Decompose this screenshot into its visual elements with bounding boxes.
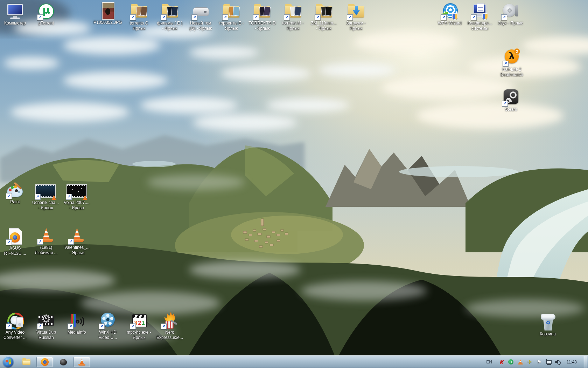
desktop-icon-valentines[interactable]: ↗Valentines_... - Ярлык <box>61 227 93 255</box>
vlccone-icon: ↗ <box>69 227 85 244</box>
desktop-icon-torrents-c[interactable]: ↗torrents C Ярлык <box>123 3 155 31</box>
desktop-icon-winx-hd[interactable]: ↗WinX HD Video C... <box>92 312 124 340</box>
shortcut-arrow-icon: ↗ <box>315 14 321 20</box>
ffdoc-icon: ↗ <box>7 228 23 245</box>
icon-label: Valentines_... - Ярлык <box>64 245 90 255</box>
shortcut-arrow-icon: ↗ <box>6 193 12 199</box>
desktop-icon-hl2dm[interactable]: λ2↗Half-Life 2 Deathmatch <box>496 49 527 77</box>
icon-label: Звук - Ярлык <box>498 21 523 26</box>
tray-network-icon[interactable] <box>546 359 552 365</box>
shortcut-arrow-icon: ↗ <box>130 14 136 20</box>
start-button[interactable] <box>3 356 14 367</box>
desktop-icon-torrents-m[interactable]: ↗torrents M - Ярлык <box>277 3 309 31</box>
icon-label: P1050352.JPG <box>93 20 122 25</box>
shortcut-arrow-icon: ↗ <box>347 14 353 20</box>
show-desktop-button[interactable] <box>584 356 587 368</box>
desktop-icon-vojna[interactable]: ↗Vojna.2007.... - Ярлык <box>61 182 92 211</box>
icon-label: torrents C Ярлык <box>130 21 148 31</box>
recycle-icon: ♻ <box>539 314 556 330</box>
icon-label: Vojna.2007.... - Ярлык <box>64 200 89 211</box>
desktop-icon-virtualdub[interactable]: ⚙↗VirtualDub Russian <box>30 312 62 340</box>
desktop-icon-any-video-converter[interactable]: ↗Any Video Converter ... <box>0 312 31 340</box>
desktop-icon-computer[interactable]: Компьютер <box>0 3 31 26</box>
folder-download-icon: ↗ <box>348 3 364 20</box>
desktop-icon-novy-tom-g[interactable]: ↗Новый том (G) - Ярлык <box>185 3 216 31</box>
desktop-icon-zm-11[interactable]: ↗ZM_11[nnm... - Ярлык <box>308 3 340 31</box>
desktop-icon-nero-express[interactable]: ↗Nero Express.exe... <box>154 312 186 340</box>
taskbar-button-firefox[interactable] <box>36 357 53 367</box>
shortcut-arrow-icon: ↗ <box>222 14 228 20</box>
icon-label: Half-Life 2 Deathmatch <box>500 67 523 77</box>
steam-icon: ↗ <box>503 89 519 106</box>
desktop-icon-torrents-d[interactable]: ↗TORRENTS D - Ярлык <box>246 3 278 31</box>
shortcut-arrow-icon: ↗ <box>37 323 43 329</box>
tray-flag-icon[interactable]: ⚑ <box>536 359 542 365</box>
icon-label: MediaInfo <box>68 330 86 335</box>
desktop-icon-uchenik[interactable]: ↗Uchenik.cha... - Ярлык <box>30 182 61 211</box>
photo-icon <box>99 2 116 19</box>
windows-logo-icon <box>6 359 11 364</box>
shortcut-arrow-icon: ↗ <box>99 323 105 329</box>
desktop-icon-asus-rt[interactable]: ↗ASUS RT-N13U ... <box>0 228 31 256</box>
shortcut-arrow-icon: ↗ <box>37 239 43 245</box>
icon-label: (1981) Любимая ... <box>35 245 57 255</box>
desktop-icon-mpc-hc[interactable]: 321↗mpc-hc.exe - Ярлык <box>123 312 155 340</box>
icon-label: ZM_11[nnm... - Ярлык <box>311 21 336 31</box>
hl2-icon: λ2↗ <box>503 49 520 66</box>
tray-airplane-icon[interactable]: ✈ <box>527 359 533 365</box>
desktop-icon-utorrent[interactable]: µ↗µTorrent <box>30 3 62 26</box>
shortcut-arrow-icon: ↗ <box>66 194 72 200</box>
shortcut-arrow-icon: ↗ <box>68 239 74 245</box>
icon-label: Nero Express.exe... <box>156 330 183 340</box>
desktop-icon-zvuk[interactable]: ↗Звук - Ярлык <box>495 3 526 26</box>
taskbar-button-explorer[interactable] <box>20 357 32 367</box>
icon-label: Paint <box>10 199 20 205</box>
computer-icon <box>7 3 23 20</box>
sysconfig-icon: ↗ <box>471 3 488 20</box>
vlcthumb-dark-icon: ↗ <box>66 182 87 199</box>
desktop-icon-paint[interactable]: ↗Paint <box>0 182 31 205</box>
shortcut-arrow-icon: ↗ <box>161 14 167 20</box>
icon-label: Steam <box>505 107 517 112</box>
desktop-icon-zagruzki[interactable]: ↗Загрузки - Ярлык <box>340 3 372 31</box>
desktop-icon-lubimaya-1981[interactable]: ↗(1981) Любимая ... <box>30 227 62 255</box>
shortcut-arrow-icon: ↗ <box>6 239 12 245</box>
language-indicator[interactable]: EN <box>486 360 492 364</box>
winx-icon: ↗ <box>99 312 116 329</box>
desktop-icon-mediainfo[interactable]: ?↗MediaInfo <box>61 312 92 335</box>
desktop-icon-steam[interactable]: ↗Steam <box>495 89 527 112</box>
icon-label: TORRENTS D - Ярлык <box>248 21 276 31</box>
desktop-icon-recycle-bin[interactable]: ♻Корзина <box>532 314 564 337</box>
icon-label: торренты E - Ярлык <box>219 21 244 31</box>
icon-label: VirtualDub Russian <box>36 330 56 340</box>
taskbar-button-dark-app[interactable] <box>57 357 69 367</box>
desktop-icon-sysconfig[interactable]: ↗Конфигура... системы <box>464 3 496 31</box>
shortcut-arrow-icon: ↗ <box>501 14 507 20</box>
utorrent-icon: µ↗ <box>38 3 55 20</box>
folder-media-icon: ↗ <box>131 3 147 20</box>
icon-label: WinX HD Video C... <box>99 330 117 340</box>
shortcut-arrow-icon: ↗ <box>130 323 136 329</box>
desktop-icon-films-e[interactable]: ↗фильмы ( E ) - Ярлык <box>154 3 186 31</box>
tray-kaspersky-icon[interactable]: K <box>498 359 504 365</box>
wps-icon: ↗ <box>441 3 458 20</box>
tray-volume-icon[interactable] <box>555 359 561 365</box>
tray-utorrent-icon[interactable]: µ <box>508 359 514 365</box>
desktop-icon-p1050352[interactable]: P1050352.JPG <box>92 2 124 25</box>
shortcut-arrow-icon: ↗ <box>37 14 43 20</box>
vlccone-icon: ↗ <box>38 227 55 244</box>
taskbar-button-vlc[interactable] <box>74 357 90 367</box>
icon-label: torrents M - Ярлык <box>282 21 303 31</box>
shortcut-arrow-icon: ↗ <box>471 14 477 20</box>
shortcut-arrow-icon: ↗ <box>441 14 447 20</box>
icon-label: Any Video Converter ... <box>4 330 27 340</box>
shortcut-arrow-icon: ↗ <box>502 101 508 107</box>
nero-icon: ↗ <box>161 312 178 329</box>
tray-vlc-icon[interactable] <box>517 359 523 365</box>
icon-label: фильмы ( E ) - Ярлык <box>157 21 183 31</box>
explorer-folder-icon <box>22 359 30 365</box>
desktop-icon-wps-wizard[interactable]: ↗WPS Wizard <box>434 3 465 26</box>
mpc-icon: 321↗ <box>131 312 147 329</box>
desktop-icon-torrenty-e[interactable]: ↗торренты E - Ярлык <box>216 3 247 31</box>
clock[interactable]: 11:48 <box>567 360 577 364</box>
